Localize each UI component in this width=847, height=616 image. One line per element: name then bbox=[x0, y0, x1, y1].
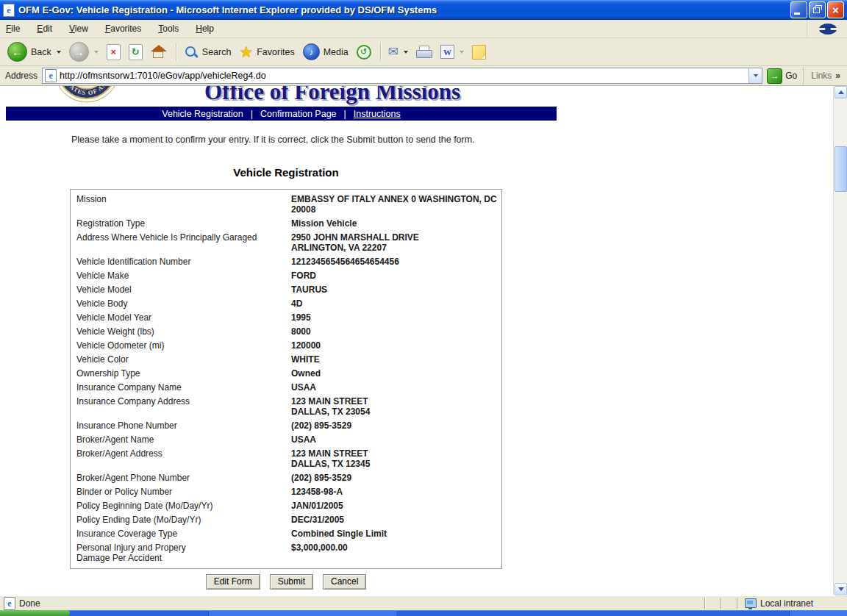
table-row: Vehicle Identification Number 1212345654… bbox=[71, 254, 501, 268]
title-bar: e OFM E-Gov: Vehicle Registration - Micr… bbox=[0, 0, 847, 20]
links-chevron-icon: » bbox=[835, 71, 840, 81]
vertical-scrollbar[interactable] bbox=[833, 86, 847, 595]
menu-tools[interactable]: Tools bbox=[158, 24, 179, 34]
field-label: Vehicle Identification Number bbox=[76, 257, 291, 267]
nav-instructions-link[interactable]: Instructions bbox=[354, 109, 401, 119]
field-value: Owned bbox=[291, 368, 501, 379]
field-value: 123 MAIN STREET DALLAS, TX 23054 bbox=[291, 396, 501, 417]
form-buttons: Edit Form Submit Cancel bbox=[70, 574, 502, 590]
home-button[interactable] bbox=[148, 43, 170, 60]
search-button[interactable]: Search bbox=[181, 43, 235, 61]
table-row: Binder or Policy Number 123458-98-A bbox=[71, 484, 501, 498]
taskbar-highlight bbox=[0, 610, 847, 611]
table-row: Vehicle Color WHITE bbox=[71, 352, 501, 366]
field-value: TAURUS bbox=[291, 284, 501, 295]
edit-word-icon: W bbox=[440, 45, 454, 59]
window-title: OFM E-Gov: Vehicle Registration - Micros… bbox=[18, 4, 790, 15]
browser-viewport: STATES OF AM Office of Foreign Missions … bbox=[0, 86, 847, 595]
back-button[interactable]: ← Back bbox=[4, 40, 64, 63]
site-header-title: Office of Foreign Missions bbox=[204, 86, 460, 105]
taskbar-segment bbox=[789, 610, 847, 616]
table-row: Address Where Vehicle Is Principally Gar… bbox=[71, 230, 501, 254]
field-value: 123458-98-A bbox=[291, 487, 501, 497]
address-input[interactable] bbox=[60, 71, 748, 81]
scroll-down-button[interactable] bbox=[835, 583, 847, 595]
stop-button[interactable]: × bbox=[104, 43, 124, 62]
field-label: Vehicle Make bbox=[76, 271, 291, 281]
table-row: Registration Type Mission Vehicle bbox=[71, 216, 501, 230]
table-row: Insurance Company Name USAA bbox=[71, 380, 501, 394]
address-dropdown-button[interactable] bbox=[748, 68, 762, 83]
department-seal-icon: STATES OF AM bbox=[54, 86, 120, 103]
field-label: Insurance Phone Number bbox=[76, 420, 291, 431]
minimize-button[interactable] bbox=[790, 1, 807, 18]
links-bar[interactable]: Links » bbox=[803, 67, 845, 85]
field-label: Vehicle Model Year bbox=[76, 312, 291, 323]
table-row: Vehicle Make FORD bbox=[71, 268, 501, 282]
mail-button[interactable]: ✉ bbox=[385, 44, 411, 60]
field-label: Binder or Policy Number bbox=[76, 487, 291, 497]
table-row: Vehicle Weight (lbs) 8000 bbox=[71, 324, 501, 338]
forward-button[interactable]: → bbox=[66, 40, 101, 63]
edit-form-button[interactable]: Edit Form bbox=[206, 574, 260, 590]
table-row: Insurance Company Address 123 MAIN STREE… bbox=[71, 394, 501, 418]
status-bar: e Done Local intranet bbox=[0, 595, 847, 610]
field-value: FORD bbox=[291, 271, 501, 281]
back-dropdown-caret[interactable] bbox=[57, 51, 61, 54]
media-button[interactable]: ♪ Media bbox=[300, 42, 351, 62]
restore-button[interactable] bbox=[809, 1, 826, 18]
home-icon bbox=[151, 45, 167, 59]
table-row: Vehicle Body 4D bbox=[71, 296, 501, 310]
field-value: JAN/01/2005 bbox=[291, 501, 501, 511]
go-button[interactable]: → Go bbox=[767, 68, 797, 84]
scroll-up-button[interactable] bbox=[835, 86, 847, 99]
address-bar: Address e → Go Links » bbox=[0, 66, 847, 86]
nav-vehicle-registration: Vehicle Registration bbox=[162, 109, 243, 119]
status-panel bbox=[704, 598, 721, 609]
menu-edit[interactable]: Edit bbox=[37, 24, 52, 34]
discuss-button[interactable] bbox=[469, 43, 489, 61]
field-label: Vehicle Odometer (mi) bbox=[76, 340, 291, 351]
favorites-button[interactable]: ★ Favorites bbox=[236, 43, 297, 61]
address-label: Address bbox=[5, 71, 37, 81]
cancel-button[interactable]: Cancel bbox=[323, 574, 366, 590]
field-value: $3,000,000.00 bbox=[291, 542, 501, 563]
menu-view[interactable]: View bbox=[69, 24, 88, 34]
restore-icon bbox=[813, 7, 820, 13]
edit-word-button[interactable]: W bbox=[437, 43, 467, 60]
field-value: 1995 bbox=[291, 312, 501, 323]
field-value: (202) 895-3529 bbox=[291, 473, 501, 483]
menu-file[interactable]: File bbox=[6, 24, 20, 34]
field-label: Broker/Agent Address bbox=[76, 448, 291, 469]
refresh-button[interactable]: ↻ bbox=[126, 43, 146, 62]
field-label: Personal Injury and Propery Damage Per A… bbox=[76, 542, 291, 563]
zone-text: Local intranet bbox=[760, 598, 813, 609]
ie-page-icon: e bbox=[3, 4, 15, 17]
table-row: Personal Injury and Propery Damage Per A… bbox=[71, 540, 501, 565]
field-label: Vehicle Body bbox=[76, 298, 291, 309]
field-label: Broker/Agent Phone Number bbox=[76, 473, 291, 483]
history-button[interactable]: ↺ bbox=[354, 43, 374, 61]
confirmation-message: Please take a moment to confirm your ent… bbox=[71, 135, 475, 145]
close-button[interactable]: × bbox=[827, 1, 844, 18]
field-label: Ownership Type bbox=[76, 368, 291, 379]
menu-favorites[interactable]: Favorites bbox=[105, 24, 141, 34]
scroll-up-icon bbox=[838, 90, 844, 94]
favorites-star-icon: ★ bbox=[239, 44, 253, 60]
address-field[interactable]: e bbox=[42, 68, 762, 84]
table-row: Insurance Phone Number (202) 895-3529 bbox=[71, 418, 501, 432]
menu-help[interactable]: Help bbox=[196, 24, 214, 34]
field-value: Mission Vehicle bbox=[291, 218, 501, 229]
table-row: Ownership Type Owned bbox=[71, 366, 501, 380]
web-page: STATES OF AM Office of Foreign Missions … bbox=[0, 86, 833, 595]
submit-button[interactable]: Submit bbox=[270, 574, 313, 590]
mail-dropdown-caret[interactable] bbox=[404, 51, 408, 54]
toolbar-separator bbox=[176, 43, 177, 61]
minimize-icon bbox=[794, 12, 800, 15]
print-button[interactable] bbox=[413, 44, 435, 60]
edit-dropdown-caret bbox=[460, 51, 464, 54]
field-value: 120000 bbox=[291, 340, 501, 351]
status-panel bbox=[721, 598, 737, 609]
field-label: Policy Beginning Date (Mo/Day/Yr) bbox=[76, 501, 291, 511]
scrollbar-thumb[interactable] bbox=[835, 146, 847, 192]
